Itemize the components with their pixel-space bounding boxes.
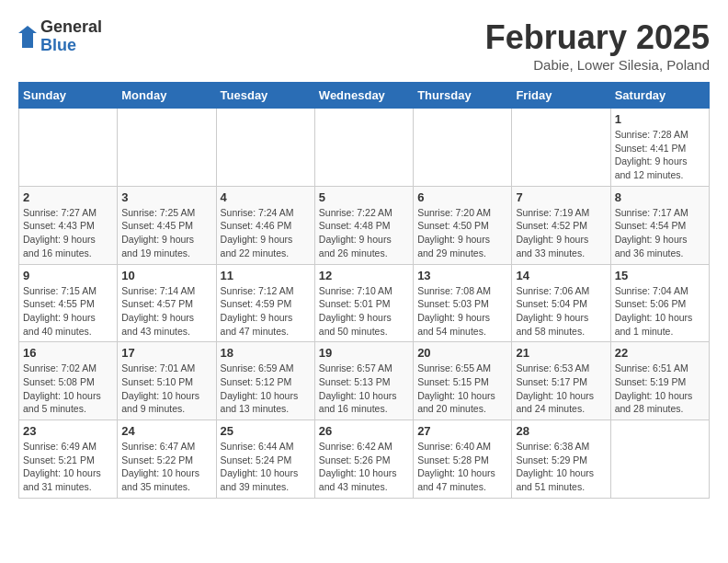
calendar-cell — [19, 109, 118, 187]
day-number: 26 — [319, 424, 409, 438]
day-info: Sunrise: 7:22 AM Sunset: 4:48 PM Dayligh… — [319, 206, 409, 260]
day-info: Sunrise: 7:12 AM Sunset: 4:59 PM Dayligh… — [221, 284, 311, 339]
day-number: 27 — [417, 424, 507, 438]
calendar-cell: 16Sunrise: 7:02 AM Sunset: 5:08 PM Dayli… — [19, 342, 118, 420]
day-info: Sunrise: 7:20 AM Sunset: 4:50 PM Dayligh… — [417, 206, 507, 260]
calendar-cell — [314, 109, 413, 187]
day-number: 1 — [615, 112, 705, 126]
day-number: 25 — [221, 424, 311, 438]
day-number: 3 — [121, 190, 211, 204]
calendar-cell: 18Sunrise: 6:59 AM Sunset: 5:12 PM Dayli… — [216, 342, 314, 420]
day-number: 28 — [516, 424, 606, 438]
calendar-cell: 24Sunrise: 6:47 AM Sunset: 5:22 PM Dayli… — [118, 420, 216, 499]
calendar-cell — [414, 109, 512, 187]
calendar-table: Sunday Monday Tuesday Wednesday Thursday… — [18, 82, 710, 499]
day-number: 23 — [23, 424, 113, 438]
day-info: Sunrise: 6:59 AM Sunset: 5:12 PM Dayligh… — [221, 362, 311, 416]
day-info: Sunrise: 7:08 AM Sunset: 5:03 PM Dayligh… — [417, 284, 507, 339]
header-thursday: Thursday — [414, 83, 512, 109]
day-number: 12 — [319, 269, 409, 282]
calendar-cell: 14Sunrise: 7:06 AM Sunset: 5:04 PM Dayli… — [512, 264, 610, 342]
day-info: Sunrise: 6:47 AM Sunset: 5:22 PM Dayligh… — [121, 440, 211, 494]
calendar-cell: 27Sunrise: 6:40 AM Sunset: 5:28 PM Dayli… — [414, 420, 512, 499]
day-number: 6 — [417, 190, 507, 204]
day-number: 10 — [121, 269, 211, 282]
day-number: 13 — [417, 269, 507, 282]
day-number: 19 — [319, 346, 409, 360]
calendar-week-row: 1Sunrise: 7:28 AM Sunset: 4:41 PM Daylig… — [19, 109, 710, 187]
day-info: Sunrise: 7:27 AM Sunset: 4:43 PM Dayligh… — [23, 206, 113, 260]
calendar-cell: 15Sunrise: 7:04 AM Sunset: 5:06 PM Dayli… — [610, 264, 709, 342]
calendar-cell: 8Sunrise: 7:17 AM Sunset: 4:54 PM Daylig… — [610, 186, 709, 264]
day-number: 15 — [615, 269, 705, 282]
day-info: Sunrise: 6:55 AM Sunset: 5:15 PM Dayligh… — [417, 362, 507, 416]
day-info: Sunrise: 6:42 AM Sunset: 5:26 PM Dayligh… — [319, 440, 409, 494]
day-number: 16 — [23, 346, 113, 360]
calendar-cell: 22Sunrise: 6:51 AM Sunset: 5:19 PM Dayli… — [610, 342, 709, 420]
calendar-cell — [216, 109, 314, 187]
day-number: 5 — [319, 190, 409, 204]
day-info: Sunrise: 7:25 AM Sunset: 4:45 PM Dayligh… — [121, 206, 211, 260]
calendar-cell: 1Sunrise: 7:28 AM Sunset: 4:41 PM Daylig… — [610, 109, 709, 187]
day-info: Sunrise: 6:40 AM Sunset: 5:28 PM Dayligh… — [417, 440, 507, 494]
day-number: 18 — [221, 346, 311, 360]
calendar-cell: 11Sunrise: 7:12 AM Sunset: 4:59 PM Dayli… — [216, 264, 314, 342]
header-sunday: Sunday — [19, 83, 118, 109]
day-info: Sunrise: 6:44 AM Sunset: 5:24 PM Dayligh… — [221, 440, 311, 494]
calendar-header: Sunday Monday Tuesday Wednesday Thursday… — [19, 83, 710, 109]
calendar-cell — [118, 109, 216, 187]
day-info: Sunrise: 7:15 AM Sunset: 4:55 PM Dayligh… — [23, 284, 113, 339]
calendar-week-row: 2Sunrise: 7:27 AM Sunset: 4:43 PM Daylig… — [19, 186, 710, 264]
header-friday: Friday — [512, 83, 610, 109]
day-number: 9 — [23, 269, 113, 282]
day-number: 11 — [221, 269, 311, 282]
day-info: Sunrise: 7:04 AM Sunset: 5:06 PM Dayligh… — [615, 284, 705, 339]
logo-text: General Blue — [40, 18, 102, 55]
calendar-cell: 28Sunrise: 6:38 AM Sunset: 5:29 PM Dayli… — [512, 420, 610, 499]
day-info: Sunrise: 6:49 AM Sunset: 5:21 PM Dayligh… — [23, 440, 113, 494]
calendar-cell: 10Sunrise: 7:14 AM Sunset: 4:57 PM Dayli… — [118, 264, 216, 342]
logo: General Blue — [18, 18, 102, 55]
calendar-cell — [610, 420, 709, 499]
calendar-cell: 17Sunrise: 7:01 AM Sunset: 5:10 PM Dayli… — [118, 342, 216, 420]
day-info: Sunrise: 7:01 AM Sunset: 5:10 PM Dayligh… — [121, 362, 211, 416]
calendar-cell: 3Sunrise: 7:25 AM Sunset: 4:45 PM Daylig… — [118, 186, 216, 264]
calendar-cell: 21Sunrise: 6:53 AM Sunset: 5:17 PM Dayli… — [512, 342, 610, 420]
calendar-week-row: 16Sunrise: 7:02 AM Sunset: 5:08 PM Dayli… — [19, 342, 710, 420]
day-number: 21 — [516, 346, 606, 360]
day-number: 4 — [221, 190, 311, 204]
calendar-cell: 6Sunrise: 7:20 AM Sunset: 4:50 PM Daylig… — [414, 186, 512, 264]
day-info: Sunrise: 7:17 AM Sunset: 4:54 PM Dayligh… — [615, 206, 705, 260]
logo-icon — [18, 26, 37, 48]
day-info: Sunrise: 7:24 AM Sunset: 4:46 PM Dayligh… — [221, 206, 311, 260]
day-number: 2 — [23, 190, 113, 204]
weekday-header-row: Sunday Monday Tuesday Wednesday Thursday… — [19, 83, 710, 109]
svg-marker-0 — [18, 26, 37, 48]
day-number: 14 — [516, 269, 606, 282]
day-info: Sunrise: 7:14 AM Sunset: 4:57 PM Dayligh… — [121, 284, 211, 339]
day-info: Sunrise: 6:53 AM Sunset: 5:17 PM Dayligh… — [516, 362, 606, 416]
calendar-cell: 25Sunrise: 6:44 AM Sunset: 5:24 PM Dayli… — [216, 420, 314, 499]
day-number: 20 — [417, 346, 507, 360]
day-info: Sunrise: 7:10 AM Sunset: 5:01 PM Dayligh… — [319, 284, 409, 339]
calendar-cell: 23Sunrise: 6:49 AM Sunset: 5:21 PM Dayli… — [19, 420, 118, 499]
day-number: 8 — [615, 190, 705, 204]
day-info: Sunrise: 7:28 AM Sunset: 4:41 PM Dayligh… — [615, 128, 705, 182]
day-number: 22 — [615, 346, 705, 360]
calendar-body: 1Sunrise: 7:28 AM Sunset: 4:41 PM Daylig… — [19, 109, 710, 499]
day-info: Sunrise: 6:51 AM Sunset: 5:19 PM Dayligh… — [615, 362, 705, 416]
title-block: February 2025 Dabie, Lower Silesia, Pola… — [485, 18, 710, 73]
day-info: Sunrise: 6:38 AM Sunset: 5:29 PM Dayligh… — [516, 440, 606, 494]
calendar-cell: 13Sunrise: 7:08 AM Sunset: 5:03 PM Dayli… — [414, 264, 512, 342]
day-info: Sunrise: 7:02 AM Sunset: 5:08 PM Dayligh… — [23, 362, 113, 416]
calendar-cell: 20Sunrise: 6:55 AM Sunset: 5:15 PM Dayli… — [414, 342, 512, 420]
logo-general: General — [40, 18, 102, 37]
page-header: General Blue February 2025 Dabie, Lower … — [18, 18, 710, 73]
calendar-cell — [512, 109, 610, 187]
calendar-week-row: 9Sunrise: 7:15 AM Sunset: 4:55 PM Daylig… — [19, 264, 710, 342]
calendar-cell: 9Sunrise: 7:15 AM Sunset: 4:55 PM Daylig… — [19, 264, 118, 342]
day-info: Sunrise: 7:19 AM Sunset: 4:52 PM Dayligh… — [516, 206, 606, 260]
day-number: 7 — [516, 190, 606, 204]
day-info: Sunrise: 6:57 AM Sunset: 5:13 PM Dayligh… — [319, 362, 409, 416]
calendar-cell: 12Sunrise: 7:10 AM Sunset: 5:01 PM Dayli… — [314, 264, 413, 342]
